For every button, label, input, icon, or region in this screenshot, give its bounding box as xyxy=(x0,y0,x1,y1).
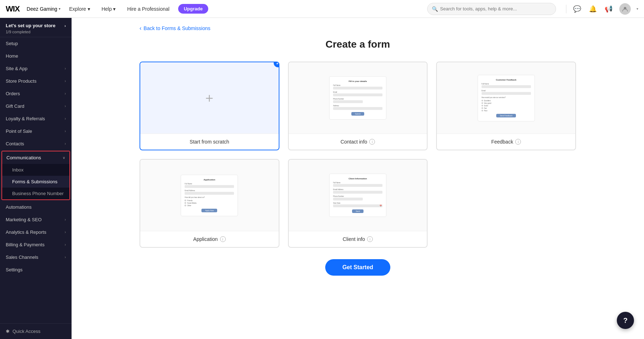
card-client-info[interactable]: Client Information Full Name Email Addre… xyxy=(288,159,428,248)
pos-chevron-icon: › xyxy=(65,129,66,133)
content-area: ‹ Back to Forms & Submissions Create a f… xyxy=(72,18,644,339)
explore-chevron-icon: ▾ xyxy=(88,6,90,12)
billing-chevron-icon: › xyxy=(65,243,66,247)
wix-logo: WIX xyxy=(6,4,20,14)
card-preview-scratch: ＋ xyxy=(140,62,279,134)
marketing-chevron-icon: › xyxy=(65,218,66,222)
sidebar-item-automations[interactable]: Automations xyxy=(0,201,72,213)
communications-submenu: Inbox Forms & Submissions Business Phone… xyxy=(2,164,69,199)
sidebar-item-communications[interactable]: Communications ∨ xyxy=(2,151,69,164)
card-preview-application: Application Full Name Email Address How … xyxy=(140,160,279,231)
sidebar-item-loyalty-referrals[interactable]: Loyalty & Referrals › xyxy=(0,112,72,125)
application-info-icon[interactable]: i xyxy=(220,236,226,242)
avatar-chevron-icon: ▾ xyxy=(636,7,638,11)
sidebar-progress: 1/9 completed xyxy=(6,30,66,34)
page-title: Create a form xyxy=(140,39,576,50)
cards-grid-row2: Application Full Name Email Address How … xyxy=(140,159,576,248)
megaphone-icon[interactable]: 📢 xyxy=(604,4,614,14)
sidebar-item-point-of-sale[interactable]: Point of Sale › xyxy=(0,125,72,137)
mini-form-contact: Fill in your details Full Name Email Pho… xyxy=(329,76,386,120)
mini-form-client: Client Information Full Name Email Addre… xyxy=(329,174,386,217)
brand-name[interactable]: Deez Gaming ▾ xyxy=(27,6,61,12)
gift-card-chevron-icon: › xyxy=(65,104,66,108)
card-label-contact: Contact info i xyxy=(289,134,427,150)
communications-section: Communications ∨ Inbox Forms & Submissio… xyxy=(1,151,70,200)
chat-icon[interactable]: 💬 xyxy=(572,4,582,14)
card-contact-info[interactable]: Fill in your details Full Name Email Pho… xyxy=(288,62,428,150)
hire-professional-button[interactable]: Hire a Professional xyxy=(124,4,172,14)
loyalty-chevron-icon: › xyxy=(65,117,66,121)
sidebar-item-gift-card[interactable]: Gift Card › xyxy=(0,100,72,112)
get-started-button[interactable]: Get Started xyxy=(325,259,390,276)
help-button[interactable]: Help ▾ xyxy=(99,4,119,14)
search-icon: 🔍 xyxy=(432,6,438,12)
content-inner: ‹ Back to Forms & Submissions Create a f… xyxy=(125,18,590,297)
sidebar-header-title: Let's set up your store › xyxy=(6,23,66,28)
sidebar-item-store-products[interactable]: Store Products › xyxy=(0,75,72,87)
contact-info-icon[interactable]: i xyxy=(369,139,375,145)
back-link[interactable]: ‹ Back to Forms & Submissions xyxy=(140,25,576,32)
card-application[interactable]: Application Full Name Email Address How … xyxy=(140,159,279,248)
sales-chevron-icon: › xyxy=(65,255,66,259)
explore-button[interactable]: Explore ▾ xyxy=(66,4,93,14)
card-label-client-info: Client info i xyxy=(289,231,427,247)
nav-icons: 💬 🔔 📢 ▾ xyxy=(566,3,638,15)
bell-icon[interactable]: 🔔 xyxy=(588,4,598,14)
brand-name-label: Deez Gaming xyxy=(27,6,58,12)
sidebar: Let's set up your store › 1/9 completed … xyxy=(0,18,72,339)
communications-chevron-icon: ∨ xyxy=(63,156,65,160)
card-feedback[interactable]: Customer Feedback Full Name Email How wo… xyxy=(436,62,576,150)
sidebar-item-orders[interactable]: Orders › xyxy=(0,87,72,100)
sidebar-item-settings[interactable]: Settings xyxy=(0,263,72,276)
sidebar-sub-item-business-phone[interactable]: Business Phone Number xyxy=(2,188,69,199)
sidebar-item-sales-channels[interactable]: Sales Channels › xyxy=(0,251,72,263)
sidebar-header-chevron-icon[interactable]: › xyxy=(64,24,66,28)
sidebar-item-analytics-reports[interactable]: Analytics & Reports › xyxy=(0,226,72,238)
help-chevron-icon: ▾ xyxy=(113,6,116,12)
quick-access-icon: ✱ xyxy=(6,329,10,334)
help-fab-button[interactable]: ? xyxy=(617,312,634,329)
mini-form-feedback: Customer Feedback Full Name Email How wo… xyxy=(478,75,535,121)
help-fab-icon: ? xyxy=(623,316,628,325)
brand-chevron-icon: ▾ xyxy=(59,7,60,11)
scratch-plus-icon: ＋ xyxy=(203,89,216,107)
card-preview-client: Client Information Full Name Email Addre… xyxy=(289,160,427,231)
card-preview-feedback: Customer Feedback Full Name Email How wo… xyxy=(437,62,575,134)
get-started-wrap: Get Started xyxy=(140,259,576,283)
feedback-info-icon[interactable]: i xyxy=(515,139,521,145)
sidebar-item-contacts[interactable]: Contacts › xyxy=(0,137,72,150)
card-scratch[interactable]: ✓ ＋ Start from scratch xyxy=(140,62,279,150)
sidebar-header: Let's set up your store › 1/9 completed xyxy=(0,18,72,37)
cards-grid-row1: ✓ ＋ Start from scratch Fill in your deta… xyxy=(140,62,576,150)
mini-form-application: Application Full Name Email Address How … xyxy=(181,175,238,216)
site-app-chevron-icon: › xyxy=(65,67,66,71)
sidebar-item-setup[interactable]: Setup xyxy=(0,37,72,50)
client-info-icon[interactable]: i xyxy=(367,236,373,242)
sidebar-item-site-app[interactable]: Site & App › xyxy=(0,62,72,75)
card-label-feedback: Feedback i xyxy=(437,134,575,150)
sidebar-sub-item-inbox[interactable]: Inbox xyxy=(2,164,69,176)
topnav: WIX Deez Gaming ▾ Explore ▾ Help ▾ Hire … xyxy=(0,0,644,18)
back-arrow-icon: ‹ xyxy=(140,25,141,32)
sidebar-item-billing-payments[interactable]: Billing & Payments › xyxy=(0,238,72,251)
main-layout: Let's set up your store › 1/9 completed … xyxy=(0,18,644,339)
sidebar-sub-item-forms-submissions[interactable]: Forms & Submissions xyxy=(2,176,69,188)
card-label-application: Application i xyxy=(140,231,279,247)
sidebar-item-home[interactable]: Home xyxy=(0,50,72,62)
search-input[interactable] xyxy=(440,6,551,11)
card-preview-contact: Fill in your details Full Name Email Pho… xyxy=(289,62,427,134)
search-bar: 🔍 xyxy=(427,3,556,15)
sidebar-item-marketing-seo[interactable]: Marketing & SEO › xyxy=(0,213,72,226)
upgrade-button[interactable]: Upgrade xyxy=(178,4,209,14)
nav-divider xyxy=(566,5,566,13)
quick-access-button[interactable]: ✱ Quick Access xyxy=(0,323,72,339)
analytics-chevron-icon: › xyxy=(65,230,66,234)
contacts-chevron-icon: › xyxy=(65,142,66,146)
orders-chevron-icon: › xyxy=(65,92,66,96)
card-label-scratch: Start from scratch xyxy=(140,134,279,150)
avatar[interactable] xyxy=(619,3,631,15)
store-products-chevron-icon: › xyxy=(65,79,66,83)
